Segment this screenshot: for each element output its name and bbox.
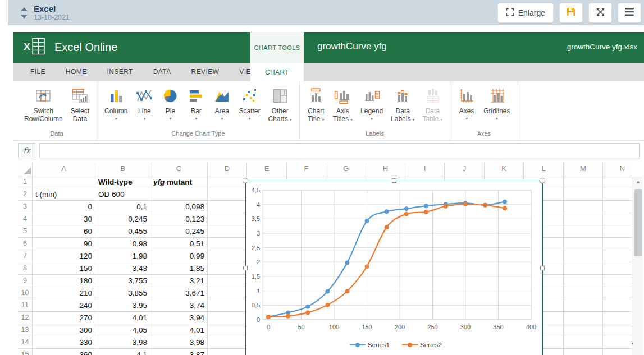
row-header-12[interactable]: 12 xyxy=(18,312,33,324)
chart-handle-top-center[interactable] xyxy=(392,178,396,183)
vertical-scrollbar[interactable]: ▲ xyxy=(633,177,643,355)
column-header-E[interactable]: E xyxy=(247,163,287,176)
cell-A13[interactable]: 300 xyxy=(33,324,95,336)
cell-D13[interactable] xyxy=(208,324,247,336)
cell-N10[interactable] xyxy=(603,287,632,299)
cell-D1[interactable] xyxy=(208,176,247,188)
other-charts-button[interactable]: OtherCharts▾ xyxy=(264,86,295,125)
cell-C13[interactable]: 4,01 xyxy=(150,324,208,336)
chart-handle-top-right[interactable] xyxy=(540,178,545,183)
cell-M10[interactable] xyxy=(564,287,603,299)
cell-B10[interactable]: 3,855 xyxy=(95,287,150,299)
cell-N7[interactable] xyxy=(603,250,632,262)
cell-A6[interactable]: 90 xyxy=(33,238,95,250)
column-header-C[interactable]: C xyxy=(150,163,208,176)
column-button[interactable]: Column▾ xyxy=(101,86,131,122)
cell-M5[interactable] xyxy=(564,225,603,238)
row-header-15[interactable]: 15 xyxy=(18,349,33,355)
cell-A10[interactable]: 210 xyxy=(33,287,95,299)
row-header-4[interactable]: 4 xyxy=(18,213,33,225)
cell-M3[interactable] xyxy=(564,201,603,213)
row-header-5[interactable]: 5 xyxy=(18,225,33,238)
cell-N12[interactable] xyxy=(603,312,632,324)
save-button[interactable] xyxy=(559,3,583,23)
row-header-11[interactable]: 11 xyxy=(18,299,33,312)
cell-M13[interactable] xyxy=(564,324,603,336)
scrollbar-thumb[interactable] xyxy=(634,189,642,256)
column-header-K[interactable]: K xyxy=(485,163,524,176)
cell-D11[interactable] xyxy=(208,299,247,312)
tab-home[interactable]: HOME xyxy=(56,63,97,81)
tab-insert[interactable]: INSERT xyxy=(97,63,143,81)
cell-M9[interactable] xyxy=(564,275,603,287)
cell-A12[interactable]: 270 xyxy=(33,312,95,324)
cell-C4[interactable]: 0,123 xyxy=(150,213,208,225)
cell-B4[interactable]: 0,245 xyxy=(95,213,150,225)
cell-D14[interactable] xyxy=(208,336,247,349)
cell-A3[interactable]: 0 xyxy=(33,201,95,213)
cell-A5[interactable]: 60 xyxy=(33,225,95,238)
chart-handle-middle-right[interactable] xyxy=(540,266,545,270)
cell-D4[interactable] xyxy=(208,213,247,225)
cell-N8[interactable] xyxy=(603,262,632,275)
cell-C3[interactable]: 0,098 xyxy=(150,201,208,213)
cell-M4[interactable] xyxy=(564,213,603,225)
cell-C14[interactable]: 3,98 xyxy=(150,336,208,349)
cell-M14[interactable] xyxy=(564,336,603,349)
cell-N9[interactable] xyxy=(603,275,632,287)
chart-title-button[interactable]: ChartTitle▾ xyxy=(303,86,329,125)
enlarge-button[interactable]: Enlarge xyxy=(497,3,554,23)
cell-M11[interactable] xyxy=(564,299,603,312)
cell-N1[interactable] xyxy=(603,176,632,188)
cell-N4[interactable] xyxy=(603,213,632,225)
cell-B3[interactable]: 0,1 xyxy=(95,201,150,213)
chart-handle-middle-left[interactable] xyxy=(243,266,248,270)
cell-B13[interactable]: 4,05 xyxy=(95,324,150,336)
column-header-L[interactable]: L xyxy=(524,163,564,176)
row-header-13[interactable]: 13 xyxy=(18,324,33,336)
gridlines-button[interactable]: Gridlines▾ xyxy=(479,86,514,122)
cell-N6[interactable] xyxy=(603,238,632,250)
cell-B9[interactable]: 3,755 xyxy=(95,275,150,287)
legend-button[interactable]: Legend▾ xyxy=(357,86,387,122)
switch-row-column-button[interactable]: SwitchRow/Column xyxy=(20,86,67,124)
row-header-10[interactable]: 10 xyxy=(18,287,33,299)
cell-M1[interactable] xyxy=(564,176,603,188)
cell-C7[interactable]: 0,99 xyxy=(150,250,208,262)
cell-D10[interactable] xyxy=(208,287,247,299)
cell-C1[interactable]: yfg mutant xyxy=(150,176,208,188)
cell-M7[interactable] xyxy=(564,250,603,262)
cell-M15[interactable] xyxy=(564,349,603,355)
cell-D12[interactable] xyxy=(208,312,247,324)
area-button[interactable]: Area▾ xyxy=(209,86,235,122)
cell-C10[interactable]: 3,671 xyxy=(150,287,208,299)
tab-data[interactable]: DATA xyxy=(143,63,181,81)
row-header-7[interactable]: 7 xyxy=(18,250,33,262)
cell-C12[interactable]: 3,94 xyxy=(150,312,208,324)
cell-D3[interactable] xyxy=(208,201,247,213)
data-labels-button[interactable]: DataLabels▾ xyxy=(387,86,418,125)
cell-B12[interactable]: 4,01 xyxy=(95,312,150,324)
cell-D8[interactable] xyxy=(208,262,247,275)
cell-N5[interactable] xyxy=(603,225,632,238)
cell-D6[interactable] xyxy=(208,238,247,250)
cell-B7[interactable]: 1,98 xyxy=(95,250,150,262)
cell-A7[interactable]: 120 xyxy=(33,250,95,262)
cell-B6[interactable]: 0,98 xyxy=(95,238,150,250)
cell-B15[interactable]: 4,1 xyxy=(95,349,150,355)
cell-N15[interactable] xyxy=(603,349,632,355)
cell-N14[interactable] xyxy=(603,336,632,349)
cell-N2[interactable] xyxy=(603,188,632,201)
column-header-A[interactable]: A xyxy=(33,163,95,176)
column-header-N[interactable]: N xyxy=(603,163,632,176)
cell-A9[interactable]: 180 xyxy=(33,275,95,287)
row-header-2[interactable]: 2 xyxy=(18,188,33,201)
expand-button[interactable] xyxy=(588,3,612,23)
column-header-F[interactable]: F xyxy=(287,163,326,176)
embedded-chart[interactable]: 00,511,522,533,544,505010015020025030035… xyxy=(245,181,543,355)
row-header-3[interactable]: 3 xyxy=(18,201,33,213)
pie-button[interactable]: Pie▾ xyxy=(157,86,183,122)
cell-B5[interactable]: 0,455 xyxy=(95,225,150,238)
cell-B11[interactable]: 3,95 xyxy=(95,299,150,312)
select-all-corner[interactable] xyxy=(18,163,33,176)
